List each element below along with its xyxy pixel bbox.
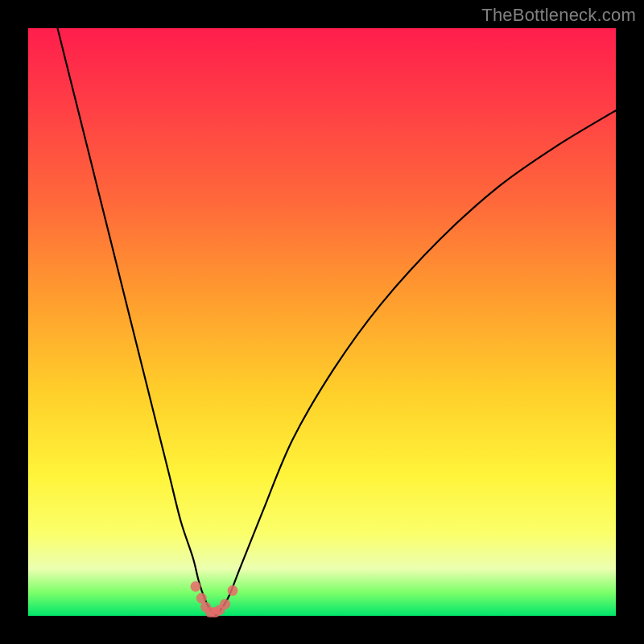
watermark-label: TheBottleneck.com [481,5,636,26]
data-marker [228,585,238,596]
curve-path [58,28,617,616]
data-marker [191,581,201,592]
bottleneck-curve [28,28,616,616]
data-marker [220,599,230,609]
chart-frame: TheBottleneck.com [0,0,644,644]
plot-area [28,28,616,616]
marker-group [191,581,238,617]
